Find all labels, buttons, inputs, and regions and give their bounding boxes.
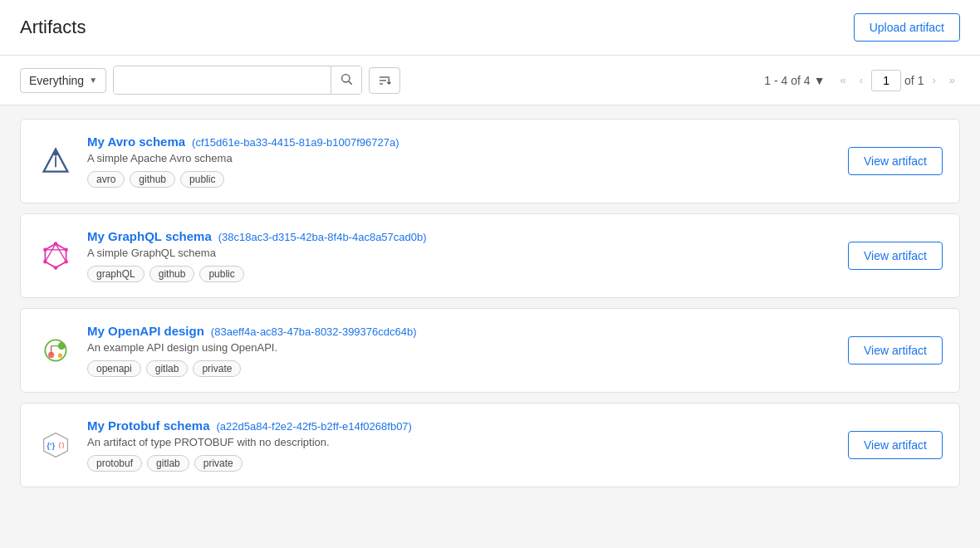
artifact-description: An artifact of type PROTOBUF with no des… <box>87 436 835 448</box>
svg-point-22 <box>58 354 62 358</box>
search-box <box>113 66 362 95</box>
artifact-tag: public <box>199 266 243 282</box>
artifact-name[interactable]: My Protobuf schema <box>87 418 210 433</box>
artifact-uuid: (a22d5a84-f2e2-42f5-b2ff-e14f0268fb07) <box>217 420 412 433</box>
page-header: Artifacts Upload artifact <box>0 0 980 56</box>
artifact-tag: avro <box>87 171 125 188</box>
artifact-description: A simple Apache Avro schema <box>87 152 835 164</box>
artifact-tag: graphQL <box>87 266 145 282</box>
artifact-tag: gitlab <box>146 360 189 377</box>
artifact-description: A simple GraphQL schema <box>87 247 835 259</box>
artifact-card: My Avro schema (cf15d61e-ba33-4415-81a9-… <box>20 119 960 203</box>
artifact-description: An example API design using OpenAPI. <box>87 341 835 354</box>
artifact-tags: openapigitlabprivate <box>87 360 835 377</box>
svg-text:{'}: {'} <box>59 441 65 448</box>
view-artifact-button[interactable]: View artifact <box>848 336 943 365</box>
artifact-tags: graphQLgithubpublic <box>87 266 835 282</box>
view-artifact-button[interactable]: View artifact <box>848 147 943 175</box>
artifact-icon-protobuf: {'} {'} <box>37 427 74 463</box>
pagination-of-total: of 1 <box>904 74 924 87</box>
artifact-icon-graphql <box>37 237 74 274</box>
artifact-title-row: My GraphQL schema (38c18ac3-d315-42ba-8f… <box>87 229 835 243</box>
artifact-tag: public <box>180 171 224 188</box>
artifact-uuid: (83aeff4a-ac83-47ba-8032-399376cdc64b) <box>211 325 417 338</box>
artifact-icon-openapi <box>37 332 74 369</box>
svg-line-1 <box>349 81 352 85</box>
search-button[interactable] <box>331 66 361 94</box>
artifact-card: {'} {'} My Protobuf schema (a22d5a84-f2e… <box>20 403 960 487</box>
artifact-tag: protobuf <box>87 455 142 472</box>
search-input[interactable] <box>114 68 331 93</box>
artifact-tag: private <box>194 455 243 472</box>
artifact-uuid: (cf15d61e-ba33-4415-81a9-b1007f96727a) <box>192 136 399 149</box>
search-icon <box>340 72 353 86</box>
artifacts-list: My Avro schema (cf15d61e-ba33-4415-81a9-… <box>0 105 980 511</box>
toolbar: Everything ▼ 1 - 4 of 4 ▼ « ‹ of 1 › » <box>0 56 980 105</box>
pagination-last-button[interactable]: » <box>944 71 960 90</box>
page-title: Artifacts <box>20 17 86 38</box>
pagination-range: 1 - 4 of 4 ▼ <box>764 74 825 87</box>
pagination-first-button[interactable]: « <box>835 71 850 90</box>
pagination-next-button[interactable]: › <box>927 71 940 90</box>
artifact-uuid: (38c18ac3-d315-42ba-8f4b-4ac8a57cad0b) <box>218 231 427 243</box>
artifact-card: My GraphQL schema (38c18ac3-d315-42ba-8f… <box>20 213 960 298</box>
chevron-down-icon: ▼ <box>89 76 97 85</box>
artifact-title-row: My Avro schema (cf15d61e-ba33-4415-81a9-… <box>87 135 835 149</box>
artifact-info: My Protobuf schema (a22d5a84-f2e2-42f5-b… <box>87 418 835 472</box>
page-number-input[interactable] <box>871 70 901 91</box>
view-artifact-button[interactable]: View artifact <box>848 431 943 459</box>
artifact-tag: private <box>193 360 241 377</box>
sort-button[interactable] <box>369 67 400 94</box>
artifact-tags: protobufgitlabprivate <box>87 455 835 472</box>
artifact-tag: github <box>149 266 195 282</box>
pagination: 1 - 4 of 4 ▼ « ‹ of 1 › » <box>764 70 960 91</box>
upload-artifact-button[interactable]: Upload artifact <box>854 13 960 42</box>
filter-label: Everything <box>29 74 84 87</box>
artifact-title-row: My Protobuf schema (a22d5a84-f2e2-42f5-b… <box>87 418 835 433</box>
view-artifact-button[interactable]: View artifact <box>848 242 943 270</box>
svg-point-8 <box>53 151 57 155</box>
artifact-tag: openapi <box>87 360 141 377</box>
artifact-name[interactable]: My Avro schema <box>87 135 185 149</box>
artifact-title-row: My OpenAPI design (83aeff4a-ac83-47ba-80… <box>87 324 835 338</box>
artifact-info: My OpenAPI design (83aeff4a-ac83-47ba-80… <box>87 324 835 377</box>
artifact-card: My OpenAPI design (83aeff4a-ac83-47ba-80… <box>20 308 960 393</box>
artifact-name[interactable]: My OpenAPI design <box>87 324 204 338</box>
artifact-tag: github <box>130 171 175 188</box>
artifact-name[interactable]: My GraphQL schema <box>87 229 212 243</box>
svg-text:{'}: {'} <box>47 441 55 450</box>
artifact-icon-avro <box>37 143 74 179</box>
filter-dropdown[interactable]: Everything ▼ <box>20 68 106 93</box>
artifact-tags: avrogithubpublic <box>87 171 835 188</box>
artifact-info: My Avro schema (cf15d61e-ba33-4415-81a9-… <box>87 135 835 188</box>
pagination-prev-button[interactable]: ‹ <box>855 71 868 90</box>
pagination-dropdown-icon[interactable]: ▼ <box>814 74 826 87</box>
artifact-tag: gitlab <box>147 455 189 472</box>
artifact-info: My GraphQL schema (38c18ac3-d315-42ba-8f… <box>87 229 835 282</box>
svg-point-13 <box>54 266 58 270</box>
sort-icon <box>378 74 391 87</box>
svg-point-0 <box>342 75 350 82</box>
